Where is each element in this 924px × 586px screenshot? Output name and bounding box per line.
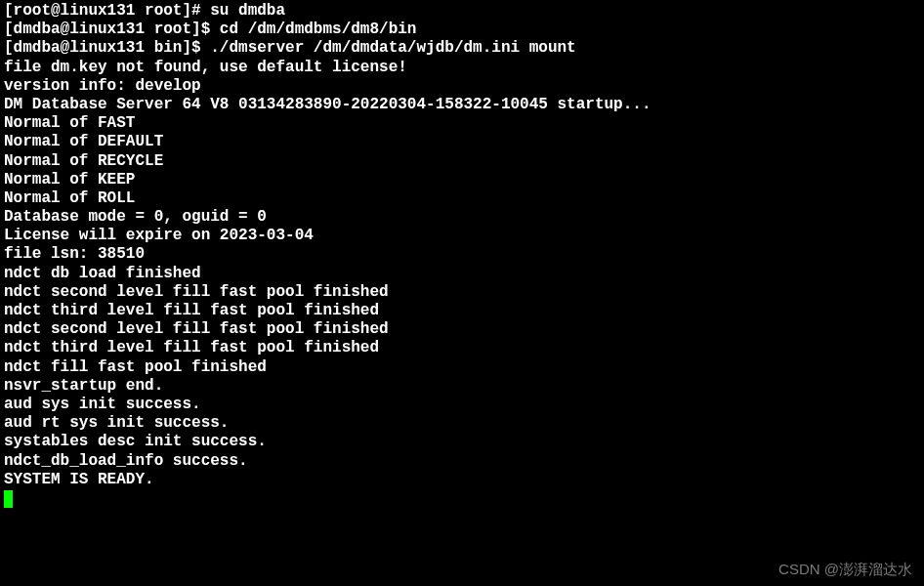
terminal-line: DM Database Server 64 V8 03134283890-202… [4, 96, 920, 114]
terminal-line: Normal of FAST [4, 114, 920, 133]
terminal-line: ndct fill fast pool finished [4, 358, 920, 377]
terminal-line: Normal of KEEP [4, 171, 920, 189]
terminal-line: ndct third level fill fast pool finished [4, 302, 920, 320]
terminal-line: ndct_db_load_info success. [4, 452, 920, 471]
terminal-line: [root@linux131 root]# su dmdba [4, 2, 920, 21]
terminal-line: Normal of RECYCLE [4, 152, 920, 171]
terminal-line: Normal of ROLL [4, 189, 920, 208]
watermark: CSDN @澎湃溜达水 [778, 561, 912, 578]
terminal-line: ndct third level fill fast pool finished [4, 339, 920, 357]
terminal-line: nsvr_startup end. [4, 377, 920, 396]
terminal-cursor-line[interactable] [4, 489, 920, 508]
terminal-line: aud rt sys init success. [4, 414, 920, 433]
terminal-line: Normal of DEFAULT [4, 133, 920, 151]
terminal-line: systables desc init success. [4, 433, 920, 451]
terminal-line: file dm.key not found, use default licen… [4, 59, 920, 77]
terminal-output[interactable]: [root@linux131 root]# su dmdba [dmdba@li… [4, 2, 920, 508]
terminal-line: [dmdba@linux131 bin]$ ./dmserver /dm/dmd… [4, 39, 920, 58]
terminal-line: ndct second level fill fast pool finishe… [4, 320, 920, 339]
terminal-line: file lsn: 38510 [4, 245, 920, 264]
terminal-line: ndct second level fill fast pool finishe… [4, 283, 920, 302]
terminal-line: SYSTEM IS READY. [4, 471, 920, 489]
terminal-line: [dmdba@linux131 root]$ cd /dm/dmdbms/dm8… [4, 21, 920, 39]
cursor-icon [4, 490, 13, 508]
terminal-line: License will expire on 2023-03-04 [4, 227, 920, 245]
terminal-line: version info: develop [4, 77, 920, 96]
terminal-line: aud sys init success. [4, 396, 920, 414]
terminal-line: Database mode = 0, oguid = 0 [4, 208, 920, 227]
terminal-line: ndct db load finished [4, 265, 920, 283]
